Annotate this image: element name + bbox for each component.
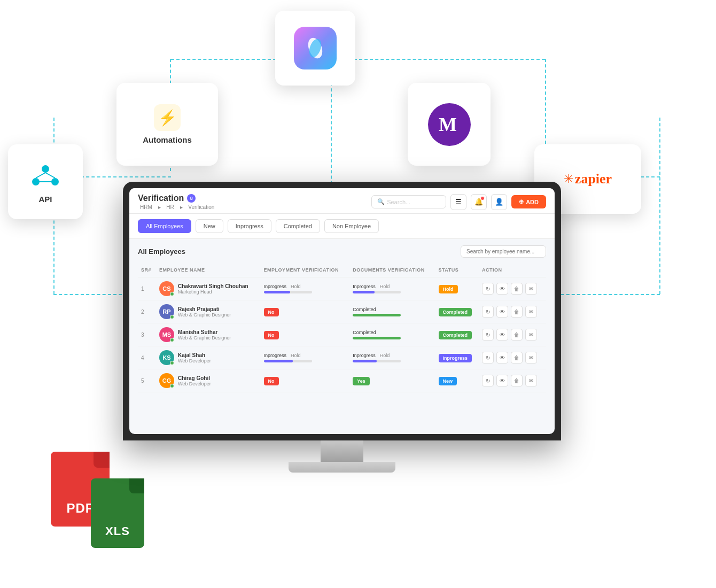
cell-action-3: ↻ 👁 🗑 ✉ (479, 346, 546, 369)
tab-inprogress[interactable]: Inprogress (228, 219, 271, 233)
search-icon: 🔍 (377, 198, 385, 205)
breadcrumb-hrm: HRM (140, 204, 152, 210)
employee-cell: RP Rajesh Prajapati Web & Graphic Design… (159, 304, 258, 319)
delete-button[interactable]: 🗑 (511, 283, 523, 295)
refresh-button[interactable]: ↻ (482, 352, 494, 363)
employee-role: Web Developer (178, 381, 211, 386)
list-view-button[interactable]: ☰ (450, 194, 466, 210)
zapier-logo-text: zapier (575, 171, 612, 187)
status-badge: Completed (439, 331, 472, 339)
cell-doc-verify-2: Completed (349, 323, 435, 346)
table-row: 5 CG Chirag Gohil Web Developer NoYesNew… (138, 369, 546, 392)
verify-row: Inprogress Hold (264, 353, 347, 358)
verify-label: Inprogress (353, 353, 376, 358)
user-button[interactable]: 👤 (491, 194, 507, 210)
sr-number: 2 (141, 309, 144, 315)
employee-cell: CS Chakravarti Singh Chouhan Marketing H… (159, 281, 258, 296)
employee-role: Marketing Head (178, 289, 248, 295)
header-search-placeholder: Search... (387, 199, 410, 205)
employee-name: Chirag Gohil (178, 375, 211, 381)
view-button[interactable]: 👁 (496, 375, 508, 386)
tab-completed[interactable]: Completed (276, 219, 320, 233)
cell-emp-verify-3: Inprogress Hold (261, 346, 350, 369)
employee-search-input[interactable] (461, 245, 546, 258)
delete-button[interactable]: 🗑 (511, 352, 523, 363)
avatar: RP (159, 304, 174, 319)
action-cell: ↻ 👁 🗑 ✉ (482, 352, 543, 363)
verify-row: Inprogress Hold (264, 284, 347, 289)
delete-button[interactable]: 🗑 (511, 375, 523, 386)
user-icon: 👤 (495, 198, 503, 206)
monitor-screen: Verification 8 HRM ▸ HR ▸ Verification (123, 182, 561, 440)
delete-button[interactable]: 🗑 (511, 329, 523, 341)
app-header: Verification 8 HRM ▸ HR ▸ Verification (129, 188, 555, 214)
online-status-dot (170, 361, 174, 365)
employee-info: Kajal Shah Web Developer (178, 352, 211, 363)
progress-fill (353, 360, 377, 362)
progress-bar (353, 314, 401, 316)
action-cell: ↻ 👁 🗑 ✉ (482, 375, 543, 386)
table-area: All Employees SR# EMPLOYEE NAME EMPLOYME… (129, 239, 555, 399)
cell-action-1: ↻ 👁 🗑 ✉ (479, 300, 546, 323)
delete-button[interactable]: 🗑 (511, 306, 523, 318)
view-button[interactable]: 👁 (496, 352, 508, 363)
notification-button[interactable]: 🔔 (471, 194, 487, 210)
tab-non-employee[interactable]: Non Employee (324, 219, 379, 233)
monitor-base (289, 462, 395, 473)
automations-card: ⚡ Automations (116, 83, 218, 166)
cell-sr-0: 1 (138, 277, 156, 300)
tab-all-employees[interactable]: All Employees (138, 219, 191, 233)
zapier-logo-container: ✳ zapier (564, 171, 612, 187)
tab-new[interactable]: New (196, 219, 223, 233)
screen-inner: Verification 8 HRM ▸ HR ▸ Verification (129, 188, 555, 434)
api-card: API (8, 144, 83, 219)
refresh-button[interactable]: ↻ (482, 306, 494, 318)
automations-label: Automations (143, 135, 192, 144)
message-button[interactable]: ✉ (525, 283, 537, 295)
cell-doc-verify-0: Inprogress Hold (349, 277, 435, 300)
verify-label: Inprogress (353, 284, 376, 289)
table-row: 1 CS Chakravarti Singh Chouhan Marketing… (138, 277, 546, 300)
message-button[interactable]: ✉ (525, 375, 537, 386)
message-button[interactable]: ✉ (525, 329, 537, 341)
col-action: ACTION (479, 263, 546, 277)
cell-status-4: New (435, 369, 479, 392)
scene: ⚡ Automations M API ✳ zapier (0, 0, 716, 588)
header-search-box[interactable]: 🔍 Search... (371, 195, 446, 208)
refresh-button[interactable]: ↻ (482, 283, 494, 295)
employee-name: Kajal Shah (178, 352, 211, 358)
table-row: 4 KS Kajal Shah Web Developer Inprogress… (138, 346, 546, 369)
refresh-button[interactable]: ↻ (482, 329, 494, 341)
action-cell: ↻ 👁 🗑 ✉ (482, 329, 543, 341)
refresh-button[interactable]: ↻ (482, 375, 494, 386)
message-button[interactable]: ✉ (525, 352, 537, 363)
verify-row: Inprogress Hold (353, 353, 432, 358)
api-label: API (38, 195, 52, 204)
view-button[interactable]: 👁 (496, 306, 508, 318)
view-button[interactable]: 👁 (496, 283, 508, 295)
employee-info: Chakravarti Singh Chouhan Marketing Head (178, 283, 248, 295)
verify-label: Inprogress (264, 284, 287, 289)
doc-verify-cell: Inprogress Hold (353, 284, 432, 293)
avatar: CS (159, 281, 174, 296)
col-sr: SR# (138, 263, 156, 277)
status-badge: New (439, 377, 457, 385)
connector-line-v-center (331, 83, 332, 195)
employee-name: Rajesh Prajapati (178, 306, 231, 312)
monitor-wrapper: Verification 8 HRM ▸ HR ▸ Verification (123, 182, 561, 473)
progress-fill (353, 291, 375, 293)
verify-row: Inprogress Hold (353, 284, 432, 289)
notification-badge: 8 (187, 194, 196, 203)
employee-role: Web & Graphic Designer (178, 312, 231, 318)
connector-line-h-bot-right (545, 294, 660, 295)
employee-cell: KS Kajal Shah Web Developer (159, 350, 258, 365)
status-badge: Inprogress (439, 354, 472, 362)
view-button[interactable]: 👁 (496, 329, 508, 341)
progress-bar (353, 360, 401, 362)
message-button[interactable]: ✉ (525, 306, 537, 318)
sr-number: 1 (141, 286, 144, 292)
add-button[interactable]: ⊕ ADD (511, 195, 546, 208)
doc-verify-cell: Inprogress Hold (353, 353, 432, 362)
automations-icon: ⚡ (154, 104, 181, 131)
monitor-neck (321, 440, 363, 462)
